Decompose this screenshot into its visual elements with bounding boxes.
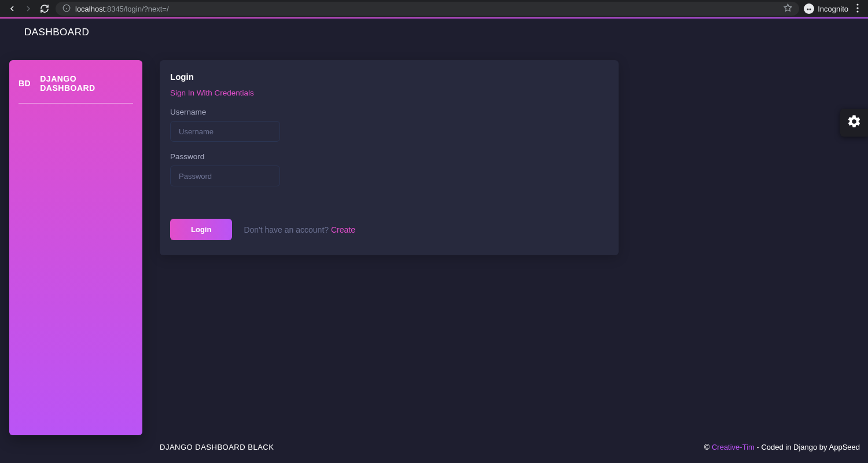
svg-marker-3 <box>784 4 792 11</box>
browser-nav <box>6 2 51 15</box>
footer-copyright: © <box>704 443 712 451</box>
password-input[interactable] <box>170 166 280 186</box>
svg-point-4 <box>807 9 809 10</box>
footer: DJANGO DASHBOARD BLACK © Creative-Tim - … <box>160 443 860 451</box>
footer-tail: - Coded in Django by AppSeed <box>755 443 860 451</box>
login-actions: Login Don't have an account? Create <box>170 219 608 240</box>
footer-link-creative-tim[interactable]: Creative-Tim <box>712 443 755 451</box>
svg-point-8 <box>856 10 858 12</box>
sidebar: BD DJANGO DASHBOARD <box>9 60 142 435</box>
star-icon[interactable] <box>784 3 792 14</box>
browser-right: Incognito <box>804 3 862 14</box>
username-group: Username <box>170 108 608 142</box>
incognito-icon <box>804 3 814 14</box>
app-shell: DASHBOARD BD DJANGO DASHBOARD Login Sign… <box>0 19 868 463</box>
settings-gear-button[interactable] <box>840 109 868 137</box>
login-card: Login Sign In With Credentials Username … <box>160 60 619 255</box>
footer-left: DJANGO DASHBOARD BLACK <box>160 443 274 451</box>
login-button[interactable]: Login <box>170 219 232 240</box>
gear-icon <box>847 114 862 131</box>
username-input[interactable] <box>170 121 280 142</box>
page-title: DASHBOARD <box>0 19 868 38</box>
sidebar-brand[interactable]: BD DJANGO DASHBOARD <box>19 74 133 104</box>
footer-right: © Creative-Tim - Coded in Django by AppS… <box>704 443 860 451</box>
sidebar-logo-abbr: BD <box>19 79 31 88</box>
create-account-link[interactable]: Create <box>331 225 355 234</box>
login-title: Login <box>170 72 608 82</box>
password-group: Password <box>170 152 608 186</box>
url-host: localhost <box>75 5 105 13</box>
svg-point-6 <box>856 3 858 5</box>
browser-toolbar: localhost:8345/login/?next=/ Incognito <box>0 0 868 17</box>
login-subtitle: Sign In With Credentials <box>170 89 608 97</box>
content: Login Sign In With Credentials Username … <box>160 60 859 255</box>
site-info-icon[interactable] <box>62 4 71 14</box>
password-label: Password <box>170 152 608 161</box>
back-button[interactable] <box>6 2 19 15</box>
browser-menu-icon[interactable] <box>856 3 859 14</box>
url-path: :8345/login/?next=/ <box>105 5 168 13</box>
sidebar-brand-text: DJANGO DASHBOARD <box>40 74 133 93</box>
incognito-badge[interactable]: Incognito <box>804 3 848 14</box>
username-label: Username <box>170 108 608 116</box>
svg-point-7 <box>856 7 858 9</box>
main-row: BD DJANGO DASHBOARD Login Sign In With C… <box>0 38 868 463</box>
forward-button[interactable] <box>22 2 35 15</box>
incognito-label: Incognito <box>818 5 848 13</box>
reload-button[interactable] <box>38 2 51 15</box>
signup-prompt: Don't have an account? <box>244 225 331 234</box>
svg-point-5 <box>810 9 811 10</box>
url-bar[interactable]: localhost:8345/login/?next=/ <box>56 2 799 16</box>
